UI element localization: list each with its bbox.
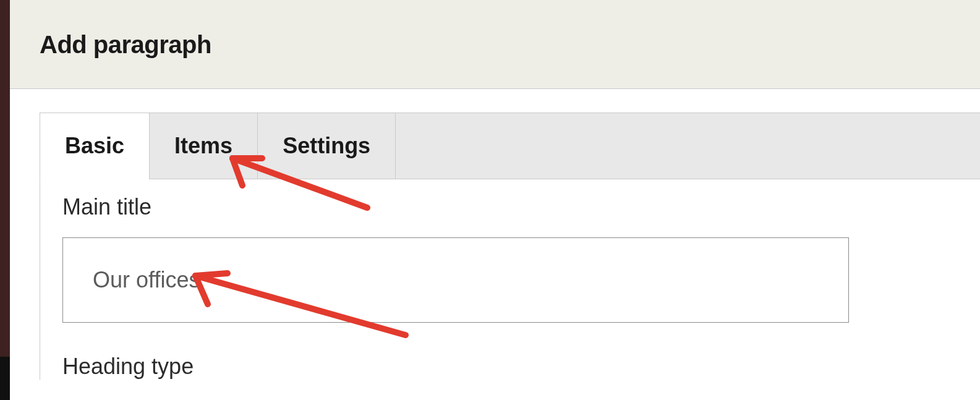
window-left-gutter <box>0 0 10 400</box>
tab-panel-basic: Main title Heading type <box>40 179 980 380</box>
modal-title: Add paragraph <box>40 31 980 59</box>
tabs-filler <box>395 113 980 179</box>
tab-label: Items <box>174 133 232 159</box>
tab-basic[interactable]: Basic <box>40 113 149 179</box>
main-title-input[interactable] <box>62 237 849 323</box>
gap <box>62 323 958 354</box>
window-left-gutter-bottom <box>0 357 10 400</box>
tab-label: Basic <box>65 133 124 159</box>
tabs-container: Basic Items Settings Main title Heading … <box>40 113 980 380</box>
tab-items[interactable]: Items <box>149 113 257 179</box>
main-title-label: Main title <box>62 194 958 220</box>
tab-settings[interactable]: Settings <box>257 113 395 179</box>
modal-header: Add paragraph <box>10 0 980 89</box>
tabs: Basic Items Settings <box>40 113 980 179</box>
heading-type-label: Heading type <box>62 354 958 380</box>
modal-content: Basic Items Settings Main title Heading … <box>10 89 980 380</box>
page: Add paragraph Basic Items Settings Main … <box>10 0 980 400</box>
tab-label: Settings <box>283 133 370 159</box>
